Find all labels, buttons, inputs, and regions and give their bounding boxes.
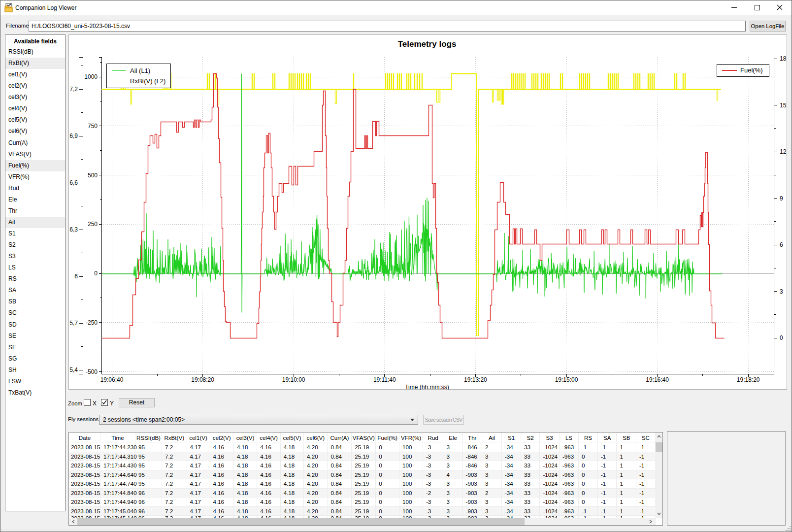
svg-text:19:16:40: 19:16:40 <box>646 376 669 383</box>
svg-text:Fuel(%): Fuel(%) <box>740 66 763 74</box>
svg-text:19:18:20: 19:18:20 <box>737 376 760 383</box>
svg-text:-500: -500 <box>86 368 98 375</box>
svg-text:19:13:20: 19:13:20 <box>464 376 487 383</box>
svg-text:0: 0 <box>94 270 98 277</box>
svg-text:6,6: 6,6 <box>69 179 78 186</box>
svg-text:-250: -250 <box>86 319 98 326</box>
svg-text:19:10:00: 19:10:00 <box>282 376 305 383</box>
svg-text:5,7: 5,7 <box>69 320 78 327</box>
svg-text:500: 500 <box>88 172 98 179</box>
svg-text:19:08:20: 19:08:20 <box>191 376 214 383</box>
svg-text:18: 18 <box>780 55 787 62</box>
svg-text:0: 0 <box>780 334 783 341</box>
svg-text:15: 15 <box>780 102 787 109</box>
svg-text:5,4: 5,4 <box>69 366 78 373</box>
svg-text:9: 9 <box>780 195 783 202</box>
svg-text:250: 250 <box>88 221 98 228</box>
svg-text:Ail (L1): Ail (L1) <box>130 67 150 74</box>
svg-text:7,2: 7,2 <box>69 86 78 93</box>
svg-text:1000: 1000 <box>84 73 98 80</box>
svg-text:19:11:40: 19:11:40 <box>373 376 396 383</box>
svg-text:12: 12 <box>780 148 787 155</box>
svg-text:3: 3 <box>780 288 783 295</box>
svg-text:6,3: 6,3 <box>69 226 78 233</box>
svg-text:6: 6 <box>74 273 78 280</box>
svg-text:6: 6 <box>780 241 783 248</box>
svg-text:6,9: 6,9 <box>69 133 78 139</box>
svg-text:Telemetry logs: Telemetry logs <box>398 39 457 49</box>
svg-text:750: 750 <box>88 123 98 130</box>
svg-text:19:15:00: 19:15:00 <box>555 376 578 383</box>
svg-text:RxBt(V) (L2): RxBt(V) (L2) <box>130 77 165 85</box>
svg-text:Time (hh:mm:ss): Time (hh:mm:ss) <box>405 384 449 390</box>
svg-text:19:06:40: 19:06:40 <box>100 376 124 383</box>
